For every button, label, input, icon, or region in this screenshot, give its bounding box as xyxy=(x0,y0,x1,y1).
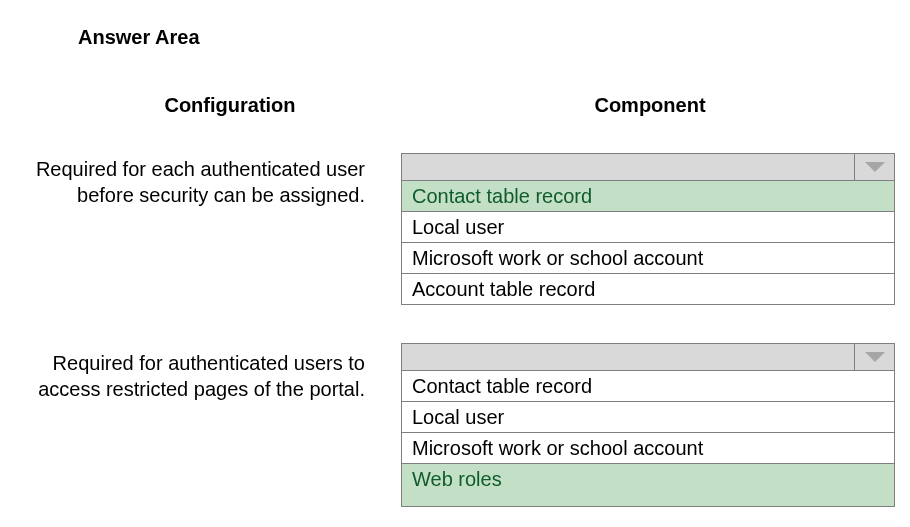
dropdown-option[interactable]: Microsoft work or school account xyxy=(402,433,894,464)
dropdown-header[interactable] xyxy=(401,343,895,371)
dropdown-option[interactable]: Account table record xyxy=(402,274,894,304)
dropdown-option[interactable]: Local user xyxy=(402,212,894,243)
page-title: Answer Area xyxy=(78,26,200,49)
svg-marker-0 xyxy=(865,162,885,172)
component-dropdown-1: Contact table record Local user Microsof… xyxy=(401,153,895,305)
component-dropdown-2: Contact table record Local user Microsof… xyxy=(401,343,895,507)
dropdown-option-list: Contact table record Local user Microsof… xyxy=(401,181,895,305)
dropdown-option[interactable]: Contact table record xyxy=(402,371,894,402)
dropdown-header[interactable] xyxy=(401,153,895,181)
dropdown-selected-display xyxy=(402,154,854,180)
dropdown-option[interactable]: Contact table record xyxy=(402,181,894,212)
config-text-2: Required for authenticated users to acce… xyxy=(25,350,365,402)
chevron-down-icon xyxy=(864,161,886,173)
chevron-down-icon xyxy=(864,351,886,363)
dropdown-toggle-button[interactable] xyxy=(854,154,894,180)
dropdown-option-list: Contact table record Local user Microsof… xyxy=(401,371,895,507)
dropdown-option[interactable]: Microsoft work or school account xyxy=(402,243,894,274)
config-text-1: Required for each authenticated user bef… xyxy=(25,156,365,208)
svg-marker-1 xyxy=(865,352,885,362)
column-header-configuration: Configuration xyxy=(100,94,360,117)
dropdown-option[interactable]: Local user xyxy=(402,402,894,433)
dropdown-selected-display xyxy=(402,344,854,370)
column-header-component: Component xyxy=(500,94,800,117)
dropdown-toggle-button[interactable] xyxy=(854,344,894,370)
dropdown-option[interactable]: Web roles xyxy=(402,464,894,506)
